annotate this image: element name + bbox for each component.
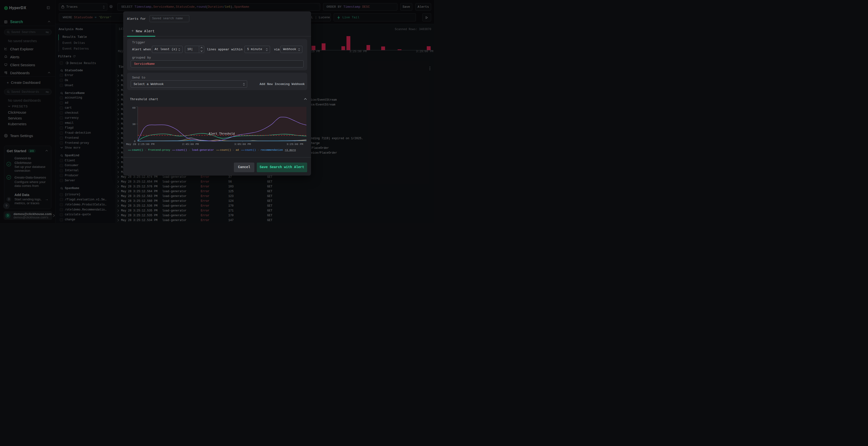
svg-text:30: 30 — [132, 123, 135, 126]
svg-text:Alert Threshold: Alert Threshold — [209, 132, 235, 136]
svg-text:May 28 2:25:00 PM: May 28 2:25:00 PM — [126, 143, 154, 146]
svg-text:60: 60 — [132, 106, 135, 109]
svg-text:2:45:00 PM: 2:45:00 PM — [182, 143, 199, 146]
svg-text:3:25:00 PM: 3:25:00 PM — [286, 143, 303, 146]
svg-text:3:05:00 PM: 3:05:00 PM — [234, 143, 251, 146]
